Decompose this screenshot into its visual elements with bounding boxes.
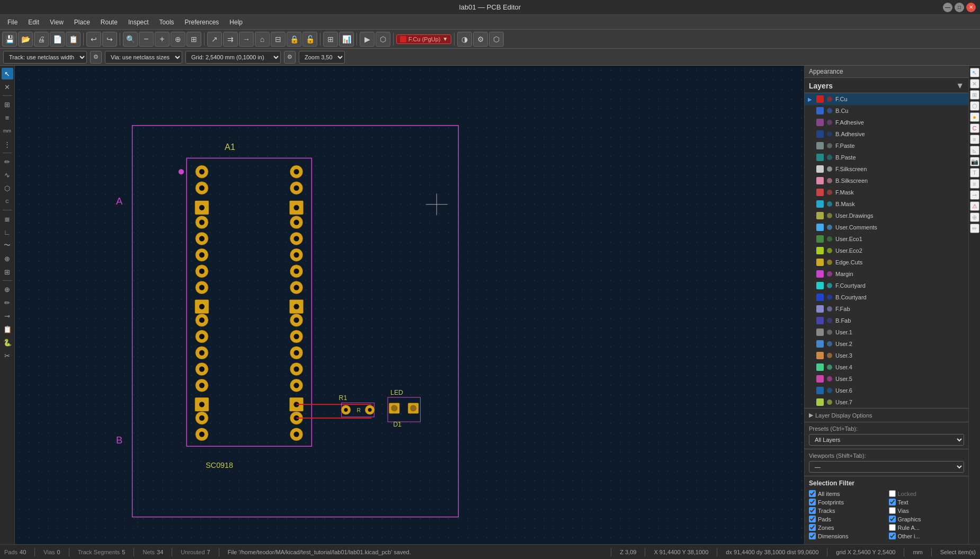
filter-item-zones[interactable]: Zones	[809, 524, 885, 531]
paste-special-button[interactable]: 📋	[2, 323, 13, 335]
filter-item-vias[interactable]: Vias	[889, 507, 965, 514]
close-button[interactable]: ✕	[966, 3, 976, 12]
filter-checkbox[interactable]	[809, 499, 816, 505]
array-button[interactable]: ⊟	[271, 32, 286, 47]
layer-row-f-silkscreen[interactable]: F.Silkscreen	[805, 163, 968, 175]
scripting-button[interactable]: ⬡	[489, 32, 504, 47]
filter-checkbox[interactable]	[889, 490, 896, 497]
layer-visibility-dot[interactable]	[827, 341, 832, 347]
menu-item-inspect[interactable]: Inspect	[123, 17, 154, 28]
menu-item-view[interactable]: View	[44, 17, 69, 28]
layer-row-f-courtyard[interactable]: F.Courtyard	[805, 280, 968, 291]
layer-row-user-6[interactable]: User.6	[805, 385, 968, 396]
viewports-dropdown[interactable]: —	[809, 461, 964, 473]
filter-item-text[interactable]: Text	[889, 499, 965, 505]
layer-visibility-dot[interactable]	[827, 201, 832, 207]
layer-row-user-7[interactable]: User.7	[805, 396, 968, 408]
measure-button[interactable]: ∟	[2, 226, 13, 238]
close-tool-button[interactable]: ✕	[2, 81, 13, 93]
layer-row-b-silkscreen[interactable]: B.Silkscreen	[805, 175, 968, 187]
layer-row-f-paste[interactable]: F.Paste	[805, 140, 968, 152]
menu-item-file[interactable]: File	[2, 17, 23, 28]
right-select-button[interactable]: ↖	[970, 68, 979, 77]
zoom-area-button[interactable]: ⊞	[186, 32, 201, 47]
zoom-fit-button[interactable]: ⊕	[171, 32, 185, 47]
layer-row-user-1[interactable]: User.1	[805, 326, 968, 338]
layer-visibility-dot[interactable]	[827, 96, 832, 102]
layer-visibility-dot[interactable]	[827, 271, 832, 277]
highlight-net-button[interactable]: ⬡	[2, 182, 13, 194]
presets-dropdown[interactable]: All LayersFront onlyBack onlyInner layer…	[809, 434, 964, 446]
board-stats-button[interactable]: 📊	[339, 32, 354, 47]
layer-visibility-dot[interactable]	[827, 166, 832, 172]
filter-checkbox[interactable]	[889, 533, 896, 539]
menu-item-help[interactable]: Help	[224, 17, 248, 28]
menu-item-tools[interactable]: Tools	[154, 17, 180, 28]
net-inspector-button[interactable]: ⊞	[323, 32, 338, 47]
layer-visibility-dot[interactable]	[827, 213, 832, 218]
zoom-out-button[interactable]: −	[139, 32, 154, 47]
layer-visibility-dot[interactable]	[827, 190, 832, 195]
zoom-in-button[interactable]: +	[155, 32, 170, 47]
grid-settings-button[interactable]: ⚙	[284, 51, 296, 64]
layer-row-user-5[interactable]: User.5	[805, 373, 968, 385]
layer-row-user-2[interactable]: User.2	[805, 338, 968, 350]
layer-visibility-dot[interactable]	[827, 353, 832, 358]
layer-row-user-4[interactable]: User.4	[805, 361, 968, 373]
filter-checkbox[interactable]	[809, 516, 816, 522]
filter-item-pads[interactable]: Pads	[809, 516, 885, 522]
filter-item-locked[interactable]: Locked	[889, 490, 965, 497]
drc-button[interactable]: ▶	[360, 32, 375, 47]
filter-item-all-items[interactable]: All items	[809, 490, 885, 497]
via-size-dropdown[interactable]: Via: use netclass sizes	[105, 51, 182, 64]
highlight-button[interactable]: ⬡	[376, 32, 390, 47]
add-via-button[interactable]: ⊕	[2, 253, 13, 264]
layer-display-options-toggle[interactable]: ▶ Layer Display Options	[809, 412, 964, 419]
layer-visibility-dot[interactable]	[827, 143, 832, 148]
layer-visibility-dot[interactable]	[827, 295, 832, 300]
pcb-canvas[interactable]: A1 SC0918 R R1 LED	[15, 66, 804, 544]
filter-item-rule-a[interactable]: Rule A...	[889, 524, 965, 531]
layer-visibility-dot[interactable]	[827, 155, 832, 160]
filter-item-footprints[interactable]: Footprints	[809, 499, 885, 505]
layer-row-user-eco1[interactable]: User.Eco1	[805, 233, 968, 245]
find-button[interactable]: 🔍	[123, 32, 138, 47]
python-button[interactable]: 🐍	[2, 336, 13, 348]
right-edit-button[interactable]: ✏	[970, 224, 979, 233]
layer-visibility-dot[interactable]	[827, 318, 832, 323]
right-close-button[interactable]: ✕	[970, 79, 979, 88]
unlock-button[interactable]: 🔓	[302, 32, 317, 47]
minimize-button[interactable]: —	[943, 3, 952, 12]
layer-visibility-dot[interactable]	[827, 178, 832, 183]
layer-row-b-courtyard[interactable]: B.Courtyard	[805, 291, 968, 303]
grid-button[interactable]: ⋮	[2, 138, 13, 150]
layer-row-f-fab[interactable]: F.Fab	[805, 303, 968, 315]
select-tool-button[interactable]: ↖	[2, 68, 13, 79]
right-hatch-button[interactable]: ≡	[970, 135, 979, 144]
design-rules-button[interactable]: ✏	[2, 156, 13, 167]
filter-item-dimensions[interactable]: Dimensions	[809, 533, 885, 539]
layer-visibility-dot[interactable]	[827, 306, 832, 312]
layer-visibility-dot[interactable]	[827, 248, 832, 253]
layer-visibility-dot[interactable]	[827, 365, 832, 370]
layer-visibility-dot[interactable]	[827, 400, 832, 405]
active-layer-dropdown[interactable]: F.Cu (PgUp) ▼	[396, 34, 451, 44]
layer-visibility-dot[interactable]	[827, 236, 832, 242]
right-add-button[interactable]: ⊕	[970, 212, 979, 222]
redo-button[interactable]: ↪	[102, 32, 117, 47]
right-layers-button[interactable]: ⬡	[970, 101, 979, 111]
layer-row-user-comments[interactable]: User.Comments	[805, 221, 968, 233]
filter-checkbox[interactable]	[889, 516, 896, 522]
delete-tool-button[interactable]: ⊸	[2, 310, 13, 322]
open-button[interactable]: 📂	[18, 32, 33, 47]
layer-row-b-fab[interactable]: B.Fab	[805, 315, 968, 326]
layer-visibility-dot[interactable]	[827, 330, 832, 335]
contrast-button[interactable]: ◑	[457, 32, 472, 47]
3d-viewer-button[interactable]: ≣	[2, 213, 13, 225]
layer-row-edge-cuts[interactable]: Edge.Cuts	[805, 256, 968, 268]
right-text-button[interactable]: T	[970, 168, 979, 178]
layer-row-user-3[interactable]: User.3	[805, 350, 968, 361]
right-list-button[interactable]: ≡	[970, 179, 979, 189]
route-diff-button[interactable]: ⇉	[223, 32, 238, 47]
layer-row-f-mask[interactable]: F.Mask	[805, 187, 968, 198]
